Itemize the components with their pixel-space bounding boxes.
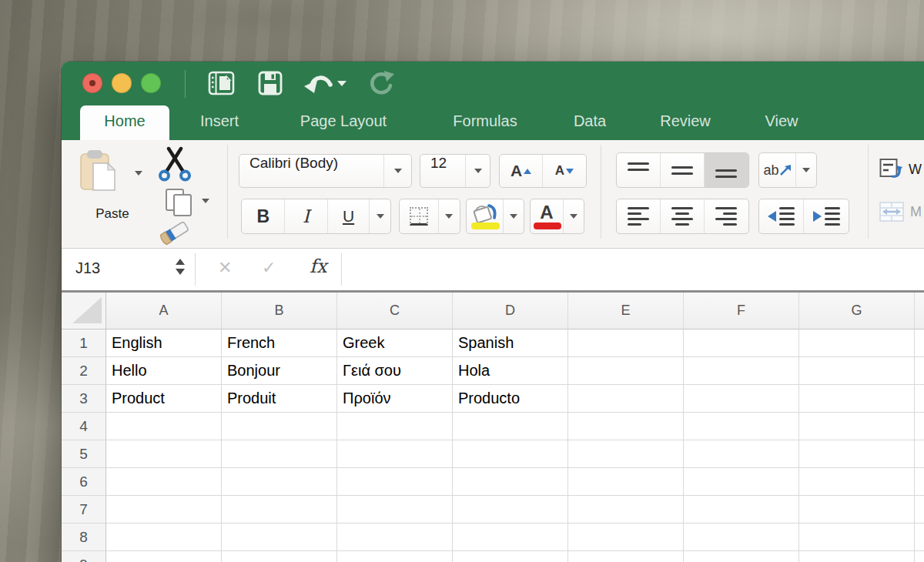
align-left-button[interactable] xyxy=(617,199,661,233)
cell-B7[interactable] xyxy=(222,496,337,524)
cell-H8[interactable] xyxy=(915,524,924,551)
cell-A6[interactable] xyxy=(106,468,222,496)
cell-B9[interactable] xyxy=(222,551,337,562)
cell-C1[interactable]: Greek xyxy=(337,330,453,357)
cell-F7[interactable] xyxy=(684,496,799,524)
underline-button[interactable]: U xyxy=(328,199,370,233)
grow-font-button[interactable]: A xyxy=(500,155,543,187)
row-header-5[interactable]: 5 xyxy=(62,440,106,468)
cell-G9[interactable] xyxy=(799,551,915,562)
minimize-button[interactable] xyxy=(112,73,132,93)
cell-B1[interactable]: French xyxy=(222,330,337,357)
cell-D8[interactable] xyxy=(453,524,568,551)
tab-review[interactable]: Review xyxy=(660,112,711,130)
cell-C4[interactable] xyxy=(337,413,453,440)
cell-A4[interactable] xyxy=(106,413,222,440)
tab-view[interactable]: View xyxy=(765,112,798,130)
cell-F8[interactable] xyxy=(684,524,799,551)
cell-H2[interactable] xyxy=(915,357,924,385)
cell-G1[interactable] xyxy=(799,330,915,357)
column-header-d[interactable]: D xyxy=(453,293,568,330)
cell-F5[interactable] xyxy=(684,440,799,468)
orientation-dropdown[interactable] xyxy=(796,153,816,187)
column-header-f[interactable]: F xyxy=(684,293,799,330)
cell-A1[interactable]: English xyxy=(106,330,222,357)
cell-D7[interactable] xyxy=(453,496,568,524)
cell-H6[interactable] xyxy=(915,468,924,496)
undo-icon[interactable] xyxy=(303,72,335,96)
cell-A7[interactable] xyxy=(106,496,222,524)
copy-dropdown-arrow[interactable] xyxy=(202,199,209,203)
cell-E3[interactable] xyxy=(568,385,684,413)
cell-G8[interactable] xyxy=(799,524,915,551)
format-painter-button[interactable] xyxy=(159,217,196,249)
cell-E5[interactable] xyxy=(568,440,684,468)
borders-button[interactable] xyxy=(400,199,439,233)
insert-function-icon[interactable]: fx xyxy=(310,256,326,277)
cell-D1[interactable]: Spanish xyxy=(453,330,568,357)
fill-color-button[interactable] xyxy=(467,199,504,233)
cell-C8[interactable] xyxy=(337,524,453,551)
align-center-button[interactable] xyxy=(661,199,704,233)
undo-dropdown-arrow[interactable] xyxy=(337,81,346,86)
orientation-button[interactable]: ab xyxy=(759,153,796,187)
tab-page-layout[interactable]: Page Layout xyxy=(300,112,387,130)
save-icon[interactable] xyxy=(258,71,283,95)
align-middle-button[interactable] xyxy=(661,153,704,187)
cell-E4[interactable] xyxy=(568,413,684,440)
cell-H3[interactable] xyxy=(915,385,924,413)
row-header-2[interactable]: 2 xyxy=(62,357,106,385)
cell-G4[interactable] xyxy=(799,413,915,440)
cell-C7[interactable] xyxy=(337,496,453,524)
name-box-stepper[interactable] xyxy=(176,259,185,275)
cell-F1[interactable] xyxy=(684,330,799,357)
cell-A5[interactable] xyxy=(106,440,222,468)
font-size-combo[interactable]: 12 xyxy=(420,154,490,188)
cell-H9[interactable] xyxy=(915,551,924,562)
align-right-button[interactable] xyxy=(705,199,748,233)
column-header-b[interactable]: B xyxy=(222,293,337,330)
cell-G2[interactable] xyxy=(799,357,915,385)
cell-G7[interactable] xyxy=(799,496,915,524)
cell-D3[interactable]: Producto xyxy=(453,385,568,413)
cell-D4[interactable] xyxy=(453,413,568,440)
cell-H1[interactable] xyxy=(915,330,924,357)
font-color-button[interactable]: A xyxy=(531,199,564,233)
cell-D6[interactable] xyxy=(453,468,568,496)
paste-button[interactable] xyxy=(77,149,122,198)
cell-C6[interactable] xyxy=(337,468,453,496)
row-header-9[interactable]: 9 xyxy=(62,551,106,562)
font-name-dropdown[interactable] xyxy=(383,155,411,187)
cell-F9[interactable] xyxy=(684,551,799,562)
tab-home[interactable]: Home xyxy=(104,112,145,130)
row-header-3[interactable]: 3 xyxy=(62,385,106,413)
cell-H4[interactable] xyxy=(915,413,924,440)
cell-E1[interactable] xyxy=(568,330,684,357)
cell-D2[interactable]: Hola xyxy=(453,357,568,385)
row-header-1[interactable]: 1 xyxy=(62,330,106,357)
cell-B2[interactable]: Bonjour xyxy=(222,357,337,385)
column-header-a[interactable]: A xyxy=(106,293,222,330)
row-header-6[interactable]: 6 xyxy=(62,468,106,496)
font-size-dropdown[interactable] xyxy=(465,155,490,187)
cell-A9[interactable] xyxy=(106,551,222,562)
formula-input[interactable] xyxy=(350,252,920,287)
cell-E9[interactable] xyxy=(568,551,684,562)
paste-dropdown-arrow[interactable] xyxy=(135,171,142,176)
cell-B6[interactable] xyxy=(222,468,337,496)
wrap-text-button[interactable]: W xyxy=(879,157,922,182)
cell-E7[interactable] xyxy=(568,496,684,524)
tab-data[interactable]: Data xyxy=(574,112,606,130)
borders-dropdown[interactable] xyxy=(439,199,460,233)
cell-G6[interactable] xyxy=(799,468,915,496)
cell-F4[interactable] xyxy=(684,413,799,440)
row-header-4[interactable]: 4 xyxy=(62,413,106,440)
cell-C5[interactable] xyxy=(337,440,453,468)
italic-button[interactable]: I xyxy=(285,199,327,233)
cell-A2[interactable]: Hello xyxy=(106,357,222,385)
column-header-h-partial[interactable] xyxy=(915,293,924,330)
copy-button[interactable] xyxy=(164,187,195,221)
cell-C3[interactable]: Προϊόν xyxy=(337,385,453,413)
increase-indent-button[interactable] xyxy=(804,199,849,233)
column-header-e[interactable]: E xyxy=(568,293,684,330)
